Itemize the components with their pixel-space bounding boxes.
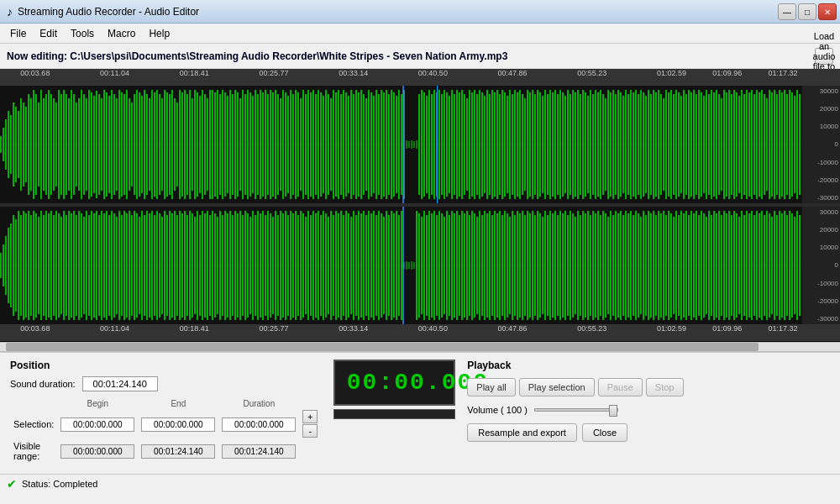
svg-rect-75 bbox=[184, 90, 186, 199]
svg-rect-352 bbox=[73, 211, 75, 320]
svg-rect-276 bbox=[690, 92, 692, 197]
svg-rect-239 bbox=[597, 92, 599, 197]
svg-rect-547 bbox=[564, 211, 566, 320]
svg-rect-155 bbox=[386, 90, 387, 199]
playback-panel: Playback Play all Play selection Pause S… bbox=[467, 360, 830, 442]
svg-rect-348 bbox=[63, 211, 65, 320]
tick-2: 00:18.41 bbox=[180, 69, 209, 77]
stop-button[interactable]: Stop bbox=[646, 378, 684, 396]
volume-thumb[interactable] bbox=[609, 405, 617, 417]
scale-top-3: 0 bbox=[804, 140, 838, 148]
minimize-button[interactable]: — bbox=[778, 3, 796, 20]
svg-rect-461 bbox=[348, 213, 349, 318]
svg-rect-74 bbox=[181, 92, 183, 197]
svg-rect-463 bbox=[353, 211, 354, 320]
selection-begin-input[interactable] bbox=[60, 417, 134, 432]
waveform-container[interactable]: 00:03.68 00:11.04 00:18.41 00:25.77 00:3… bbox=[0, 69, 840, 342]
svg-rect-225 bbox=[562, 92, 564, 197]
svg-rect-302 bbox=[756, 90, 758, 199]
svg-rect-380 bbox=[144, 215, 145, 316]
waveform-bottom[interactable]: 30000 20000 10000 0 -10000 -20000 -30000 bbox=[0, 207, 840, 324]
tick-0: 00:03.68 bbox=[20, 69, 50, 77]
svg-rect-168 bbox=[418, 94, 420, 195]
svg-rect-458 bbox=[340, 211, 342, 320]
svg-rect-24 bbox=[55, 102, 57, 186]
col-duration-header: Duration bbox=[218, 398, 299, 409]
svg-rect-487 bbox=[413, 262, 415, 269]
svg-rect-309 bbox=[774, 90, 775, 199]
svg-rect-105 bbox=[260, 90, 261, 199]
menu-edit[interactable]: Edit bbox=[33, 25, 64, 42]
svg-rect-408 bbox=[214, 213, 216, 318]
svg-rect-62 bbox=[151, 90, 153, 199]
svg-rect-478 bbox=[391, 211, 392, 320]
menu-macro[interactable]: Macro bbox=[101, 25, 142, 42]
menu-help[interactable]: Help bbox=[142, 25, 176, 42]
menu-file[interactable]: File bbox=[3, 25, 33, 42]
svg-rect-144 bbox=[358, 92, 360, 197]
svg-rect-411 bbox=[222, 215, 223, 316]
svg-rect-436 bbox=[285, 211, 286, 320]
sound-duration-value: 00:01:24.140 bbox=[82, 376, 158, 391]
svg-rect-131 bbox=[325, 90, 327, 199]
menu-tools[interactable]: Tools bbox=[64, 25, 101, 42]
svg-rect-404 bbox=[204, 213, 206, 318]
svg-rect-449 bbox=[318, 211, 319, 320]
svg-rect-577 bbox=[640, 217, 642, 314]
svg-rect-270 bbox=[675, 90, 677, 199]
svg-rect-364 bbox=[103, 213, 105, 318]
svg-rect-16 bbox=[35, 94, 37, 195]
svg-rect-146 bbox=[363, 94, 365, 195]
close-button[interactable]: ✕ bbox=[818, 3, 837, 20]
svg-rect-59 bbox=[144, 90, 145, 199]
svg-rect-311 bbox=[779, 90, 780, 199]
svg-rect-147 bbox=[365, 98, 367, 191]
svg-rect-554 bbox=[582, 211, 584, 320]
svg-rect-194 bbox=[484, 96, 486, 193]
load-audio-button[interactable]: Load an audio file to edit... bbox=[815, 48, 833, 65]
svg-rect-157 bbox=[391, 90, 392, 199]
minus-button[interactable]: - bbox=[302, 424, 318, 438]
svg-rect-539 bbox=[544, 211, 546, 320]
svg-rect-563 bbox=[605, 213, 606, 318]
visible-range-end-input[interactable] bbox=[141, 444, 215, 459]
volume-slider[interactable] bbox=[534, 408, 618, 412]
scrollbar[interactable] bbox=[0, 342, 840, 352]
plus-button[interactable]: + bbox=[302, 410, 318, 423]
svg-rect-303 bbox=[759, 92, 760, 197]
play-selection-button[interactable]: Play selection bbox=[519, 378, 595, 396]
close-button[interactable]: Close bbox=[582, 423, 627, 442]
svg-rect-409 bbox=[217, 217, 218, 314]
editbar: Now editing: C:\Users\psi\Documents\Stre… bbox=[0, 44, 840, 69]
svg-rect-115 bbox=[285, 92, 286, 197]
svg-rect-223 bbox=[557, 94, 559, 195]
scrollbar-thumb[interactable] bbox=[6, 343, 759, 351]
svg-rect-431 bbox=[272, 217, 274, 314]
svg-rect-510 bbox=[471, 211, 473, 320]
visible-range-duration-input[interactable] bbox=[222, 444, 296, 459]
svg-rect-375 bbox=[131, 215, 133, 316]
btick-5: 00:40.50 bbox=[418, 324, 448, 333]
svg-rect-44 bbox=[106, 92, 108, 197]
svg-rect-345 bbox=[55, 211, 57, 320]
svg-rect-127 bbox=[315, 94, 317, 195]
timer-panel: 00:00.000 bbox=[331, 360, 457, 419]
play-all-button[interactable]: Play all bbox=[467, 378, 515, 396]
selection-duration-input[interactable] bbox=[222, 417, 296, 432]
svg-rect-639 bbox=[796, 211, 798, 320]
svg-rect-306 bbox=[766, 98, 768, 191]
visible-range-begin-input[interactable] bbox=[60, 444, 134, 459]
svg-rect-471 bbox=[373, 211, 375, 320]
svg-rect-71 bbox=[174, 98, 176, 191]
svg-rect-426 bbox=[260, 213, 261, 318]
svg-rect-466 bbox=[360, 213, 362, 318]
svg-rect-336 bbox=[33, 211, 34, 320]
resample-export-button[interactable]: Resample and export bbox=[467, 423, 577, 442]
selection-end-input[interactable] bbox=[141, 417, 215, 432]
waveform-top[interactable]: 30000 20000 10000 0 -10000 -20000 -30000 bbox=[0, 86, 840, 203]
maximize-button[interactable]: □ bbox=[798, 3, 816, 20]
svg-rect-412 bbox=[224, 211, 226, 320]
svg-rect-177 bbox=[441, 94, 443, 195]
svg-rect-32 bbox=[76, 102, 77, 186]
pause-button[interactable]: Pause bbox=[598, 378, 643, 396]
